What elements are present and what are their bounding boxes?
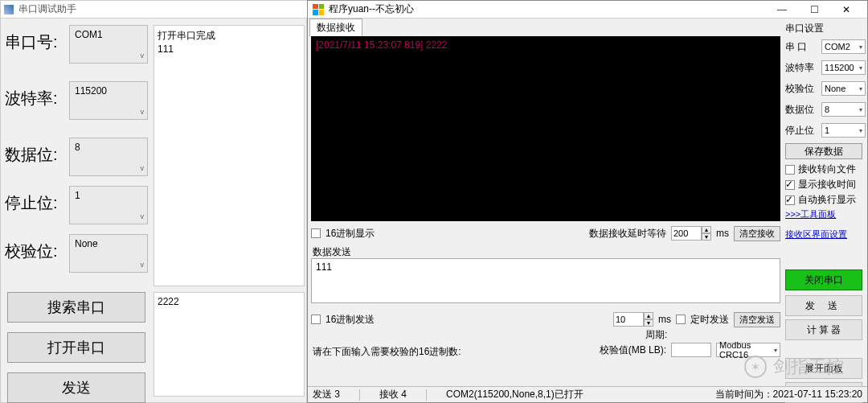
left-log-box[interactable]: 打开串口完成 111 xyxy=(154,25,305,286)
spin-period[interactable]: ▲▼ xyxy=(613,312,653,327)
combo-port-value: COM1 xyxy=(75,29,103,40)
app-icon xyxy=(4,5,14,14)
close-button[interactable]: ✕ xyxy=(830,1,862,19)
status-config: COM2(115200,None,8,1)已打开 xyxy=(446,388,583,401)
right-body: 数据接收 [2021/7/11 15:23:07 819] 2222 16进制显… xyxy=(308,19,867,402)
side-stop-select[interactable]: 1▾ xyxy=(821,123,866,138)
maximize-button[interactable]: ☐ xyxy=(798,1,830,19)
checkbox-timed-send[interactable] xyxy=(676,315,686,324)
status-bar: 发送 3 接收 4 COM2(115200,None,8,1)已打开 当前时间为… xyxy=(308,386,867,402)
checkbox-hex-display[interactable] xyxy=(311,228,321,238)
search-port-button[interactable]: 搜索串口 xyxy=(7,292,145,323)
right-titlebar[interactable]: 程序yuan--不忘初心 — ☐ ✕ xyxy=(308,1,867,19)
row-baud: 波特率: 115200 v xyxy=(5,81,149,130)
chevron-down-icon: ▾ xyxy=(859,85,862,93)
chevron-down-icon: v xyxy=(141,261,145,272)
chevron-down-icon: ▾ xyxy=(859,127,862,134)
row-stop: 停止位: 1 v xyxy=(5,186,149,234)
crc-value-input[interactable] xyxy=(671,343,711,357)
row-parity: 校验位: None v xyxy=(5,234,149,282)
row-data: 数据位: 8 v xyxy=(5,138,149,186)
combo-parity[interactable]: None v xyxy=(69,234,148,273)
label-ms: ms xyxy=(716,228,729,239)
tab-bar: 数据接收 xyxy=(309,19,362,35)
program-yuan-window: 程序yuan--不忘初心 — ☐ ✕ 数据接收 [2021/7/11 15:23… xyxy=(307,0,868,403)
status-recv: 接收 4 xyxy=(379,388,407,401)
row-crc: 校验值(MB LB): Modbus CRC16▾ xyxy=(311,340,780,360)
close-port-button[interactable]: 关闭串口 xyxy=(785,269,862,290)
label-delay: 数据接收延时等待 xyxy=(589,227,666,241)
side-heading: 串口设置 xyxy=(785,22,866,35)
minimize-button[interactable]: — xyxy=(766,1,798,19)
checkbox-auto-wrap[interactable] xyxy=(785,195,795,205)
chevron-down-icon: ▾ xyxy=(859,64,862,72)
terminal[interactable]: [2021/7/11 15:23:07 819] 2222 xyxy=(311,36,780,221)
row-port: 串口号: COM1 v xyxy=(5,25,149,73)
left-send-box[interactable]: 2222 xyxy=(154,292,305,397)
checkbox-show-time[interactable] xyxy=(785,180,795,190)
checkbox-hex-send[interactable] xyxy=(311,315,321,324)
row-hex-display: 16进制显示 数据接收延时等待 ▲▼ ms 清空接收 xyxy=(311,224,780,242)
spin-down-icon[interactable]: ▼ xyxy=(702,233,711,241)
open-port-button[interactable]: 打开串口 xyxy=(7,332,145,363)
serial-assistant-window: 串口调试助手 串口号: COM1 v 波特率: 115200 v 数据位: 8 … xyxy=(0,0,307,403)
chevron-down-icon: v xyxy=(141,108,145,119)
combo-baud[interactable]: 115200 v xyxy=(69,81,148,120)
row-send-options: 16进制发送 ▲▼ ms 定时发送 清空发送 xyxy=(311,308,780,331)
left-body: 串口号: COM1 v 波特率: 115200 v 数据位: 8 v 停止位: … xyxy=(1,19,306,402)
expand-panel-button[interactable]: 展开面板 xyxy=(785,358,862,379)
save-data-button[interactable]: 保存数据 xyxy=(785,143,862,159)
tool-panel-link[interactable]: >>>工具面板 xyxy=(785,208,866,220)
delay-input[interactable] xyxy=(671,226,702,241)
crc-label: 校验值(MB LB): xyxy=(600,343,666,357)
crc-algo-select[interactable]: Modbus CRC16▾ xyxy=(716,343,780,357)
label-hex-send: 16进制发送 xyxy=(326,313,375,327)
calculator-button[interactable]: 计 算 器 xyxy=(785,319,862,340)
side-baud-select[interactable]: 115200▾ xyxy=(821,60,866,75)
spin-down-icon[interactable]: ▼ xyxy=(644,319,653,327)
period-input[interactable] xyxy=(613,312,644,327)
chevron-down-icon: v xyxy=(141,51,145,63)
label-data: 数据位: xyxy=(5,144,58,166)
label-parity: 校验位: xyxy=(5,241,58,262)
clear-recv-button[interactable]: 清空接收 xyxy=(734,226,780,241)
chevron-down-icon: ▾ xyxy=(859,106,862,113)
label-baud: 波特率: xyxy=(5,88,58,109)
side-parity-select[interactable]: None▾ xyxy=(821,81,866,96)
combo-port[interactable]: COM1 v xyxy=(69,25,148,64)
status-time: 当前时间为：2021-07-11 15:23:20 xyxy=(715,388,862,401)
side-send-button[interactable]: 发 送 xyxy=(785,295,862,316)
spin-up-icon[interactable]: ▲ xyxy=(644,312,653,319)
label-port: 串口号: xyxy=(5,31,58,53)
combo-data[interactable]: 8 v xyxy=(69,138,148,176)
terminal-line: [2021/7/11 15:23:07 819] 2222 xyxy=(316,39,776,51)
send-textbox[interactable]: 111 xyxy=(311,258,780,303)
left-send-button[interactable]: 发送 xyxy=(7,372,145,403)
side-port-select[interactable]: COM2▾ xyxy=(821,39,866,54)
left-titlebar[interactable]: 串口调试助手 xyxy=(1,1,308,19)
window-controls: — ☐ ✕ xyxy=(766,1,862,19)
tab-data-recv[interactable]: 数据接收 xyxy=(309,19,362,36)
chevron-down-icon: ▾ xyxy=(774,347,777,354)
label-stop: 停止位: xyxy=(5,192,58,214)
side-data-select[interactable]: 8▾ xyxy=(821,102,866,117)
checkbox-to-file[interactable] xyxy=(785,165,795,175)
side-panel: 串口设置 串 口COM2▾ 波特率115200▾ 校验位None▾ 数据位8▾ … xyxy=(785,22,866,383)
recv-area-setting-link[interactable]: 接收区界面设置 xyxy=(785,228,866,241)
chevron-down-icon: ▾ xyxy=(859,43,862,51)
label-timed-send: 定时发送 xyxy=(690,313,729,327)
app-icon xyxy=(313,4,324,15)
spin-delay[interactable]: ▲▼ xyxy=(671,226,711,241)
send-group-label: 数据发送 xyxy=(313,245,351,259)
chevron-down-icon: v xyxy=(141,164,145,175)
chevron-down-icon: v xyxy=(141,212,145,224)
right-window-title: 程序yuan--不忘初心 xyxy=(329,2,414,16)
label-ms-2: ms xyxy=(658,314,671,325)
left-window-title: 串口调试助手 xyxy=(18,2,76,16)
combo-stop[interactable]: 1 v xyxy=(69,186,148,224)
clear-send-button[interactable]: 清空发送 xyxy=(734,312,780,327)
label-hex-display: 16进制显示 xyxy=(326,227,375,241)
status-send: 发送 3 xyxy=(313,388,340,401)
spin-up-icon[interactable]: ▲ xyxy=(702,226,711,233)
